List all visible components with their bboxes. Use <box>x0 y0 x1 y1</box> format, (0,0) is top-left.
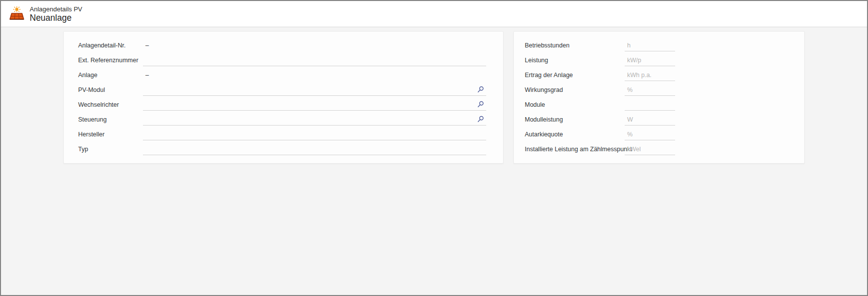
modulleistung-input[interactable] <box>625 114 675 125</box>
installierte-leistung-am-z-hlmesspunkt-input[interactable] <box>625 143 675 155</box>
modulleistung-label: Modulleistung <box>525 116 625 123</box>
typ-label: Typ <box>78 146 143 153</box>
form-row: Hersteller <box>78 127 503 142</box>
form-row: Installierte Leistung am Zählmesspunkt <box>525 142 804 157</box>
module-label: Module <box>525 101 625 108</box>
form-row: Steuerung <box>78 112 503 127</box>
wirkungsgrad-field <box>625 84 675 96</box>
steuerung-label: Steuerung <box>78 116 143 123</box>
betriebsstunden-input[interactable] <box>625 40 675 51</box>
wechselrichter-field <box>143 99 486 111</box>
anlage-value: – <box>143 72 149 79</box>
typ-input[interactable] <box>143 143 486 155</box>
form-row: Ertrag der Anlage <box>525 68 804 83</box>
form-row: Autarkiequote <box>525 127 804 142</box>
solar-panel-icon <box>8 6 25 23</box>
installierte-leistung-am-z-hlmesspunkt-field <box>625 143 675 155</box>
search-icon[interactable] <box>475 114 486 125</box>
steuerung-field <box>143 114 486 126</box>
autarkiequote-input[interactable] <box>625 128 675 140</box>
wirkungsgrad-input[interactable] <box>625 84 675 95</box>
wirkungsgrad-label: Wirkungsgrad <box>525 86 625 93</box>
betriebsstunden-field <box>625 40 675 51</box>
module-field <box>625 99 675 111</box>
form-row: Wirkungsgrad <box>525 83 804 97</box>
autarkiequote-label: Autarkiequote <box>525 131 625 138</box>
page-title: Anlagendetails PV <box>30 5 82 13</box>
ertrag-der-anlage-field <box>625 69 675 81</box>
form-row: Ext. Referenznummer <box>78 53 503 68</box>
wechselrichter-input[interactable] <box>143 99 475 110</box>
page-subtitle: Neuanlage <box>30 13 82 23</box>
hersteller-input[interactable] <box>143 128 486 140</box>
steuerung-input[interactable] <box>143 114 475 125</box>
search-icon[interactable] <box>475 99 486 110</box>
performance-form-card: BetriebsstundenLeistungErtrag der Anlage… <box>513 31 805 164</box>
typ-field <box>143 143 486 155</box>
leistung-label: Leistung <box>525 57 625 64</box>
form-row: Anlage– <box>78 68 503 83</box>
ext-referenznummer-field <box>143 54 486 66</box>
magnifier-glyph <box>477 116 484 123</box>
anlage-label: Anlage <box>78 72 143 79</box>
page-title-block: Anlagendetails PV Neuanlage <box>30 5 82 23</box>
hersteller-label: Hersteller <box>78 131 143 138</box>
hersteller-field <box>143 128 486 140</box>
magnifier-glyph <box>477 101 484 108</box>
form-row: Module <box>525 97 804 112</box>
form-row: Anlagendetail-Nr.– <box>78 38 503 53</box>
pv-modul-input[interactable] <box>143 84 475 95</box>
form-row: Leistung <box>525 53 804 68</box>
form-row: Modulleistung <box>525 112 804 127</box>
anlagendetail-nr-label: Anlagendetail-Nr. <box>78 42 143 49</box>
installierte-leistung-am-z-hlmesspunkt-label: Installierte Leistung am Zählmesspunkt <box>525 146 625 153</box>
page-content: Anlagendetail-Nr.–Ext. ReferenznummerAnl… <box>1 28 867 295</box>
page-header: Anlagendetails PV Neuanlage <box>1 1 867 27</box>
pv-modul-field <box>143 84 486 96</box>
leistung-field <box>625 54 675 66</box>
form-row: PV-Modul <box>78 83 503 97</box>
betriebsstunden-label: Betriebsstunden <box>525 42 625 49</box>
wechselrichter-label: Wechselrichter <box>78 101 143 108</box>
app-window: Anlagendetails PV Neuanlage Anlagendetai… <box>0 0 868 296</box>
ertrag-der-anlage-input[interactable] <box>625 69 675 81</box>
ertrag-der-anlage-label: Ertrag der Anlage <box>525 72 625 79</box>
leistung-input[interactable] <box>625 54 675 66</box>
autarkiequote-field <box>625 128 675 140</box>
ext-referenznummer-label: Ext. Referenznummer <box>78 57 143 64</box>
form-row: Betriebsstunden <box>525 38 804 53</box>
anlagendetail-nr-value: – <box>143 42 149 49</box>
module-input[interactable] <box>625 99 675 110</box>
ext-referenznummer-input[interactable] <box>143 54 486 66</box>
plant-detail-form-card: Anlagendetail-Nr.–Ext. ReferenznummerAnl… <box>63 31 503 164</box>
pv-modul-label: PV-Modul <box>78 86 143 93</box>
form-row: Wechselrichter <box>78 97 503 112</box>
form-row: Typ <box>78 142 503 157</box>
modulleistung-field <box>625 114 675 126</box>
search-icon[interactable] <box>475 84 486 95</box>
magnifier-glyph <box>477 86 484 93</box>
